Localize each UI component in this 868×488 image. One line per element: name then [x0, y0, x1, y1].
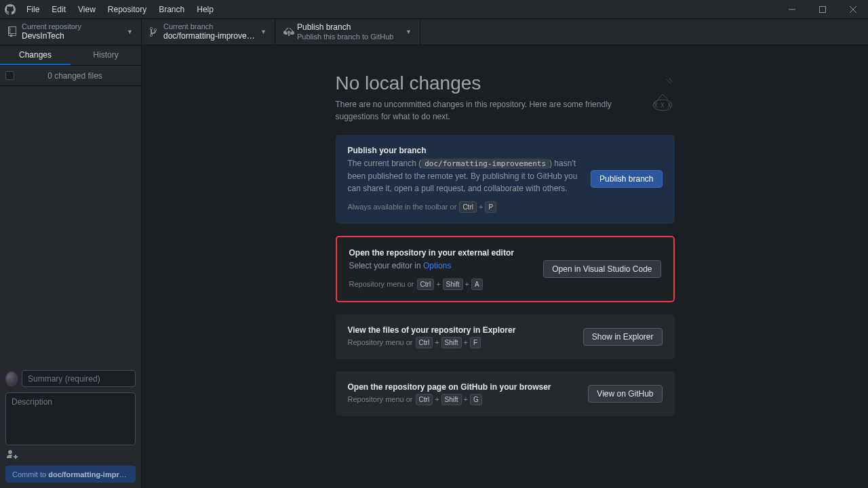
show-explorer-button[interactable]: Show in Explorer: [583, 328, 663, 346]
empty-state-icon: [634, 73, 675, 113]
svg-rect-0: [819, 6, 825, 12]
menu-repository[interactable]: Repository: [102, 0, 153, 19]
menu-edit[interactable]: Edit: [45, 0, 72, 19]
publish-hint: Publish this branch to GitHub: [297, 33, 403, 41]
card-hint: Always available in the toolbar or Ctrl+…: [348, 201, 580, 213]
main-content: No local changes There are no uncommitte…: [142, 45, 868, 488]
menu-help[interactable]: Help: [191, 0, 220, 19]
select-all-checkbox[interactable]: [5, 71, 14, 80]
titlebar: File Edit View Repository Branch Help: [0, 0, 868, 19]
view-github-card: Open the repository page on GitHub in yo…: [336, 371, 675, 416]
card-title: Open the repository page on GitHub in yo…: [348, 382, 578, 392]
github-logo-icon: [0, 4, 20, 15]
git-branch-icon: [150, 26, 163, 37]
card-hint: Repository menu or Ctrl+Shift+G: [348, 394, 578, 405]
page-title: No local changes: [336, 73, 620, 94]
publish-branch-button[interactable]: Publish branch: [591, 170, 662, 188]
card-desc: Select your editor in Options: [349, 260, 533, 272]
show-explorer-card: View the files of your repository in Exp…: [336, 314, 675, 359]
open-editor-card: Open the repository in your external edi…: [336, 236, 675, 302]
menu-bar: File Edit View Repository Branch Help: [20, 0, 220, 19]
chevron-down-icon: ▼: [406, 28, 412, 35]
minimize-button[interactable]: [776, 0, 807, 19]
add-coauthor-icon[interactable]: [5, 449, 136, 466]
repo-icon: [8, 26, 22, 37]
card-title: View the files of your repository in Exp…: [348, 325, 572, 335]
commit-summary-input[interactable]: [22, 370, 136, 387]
branch-label: Current branch: [163, 22, 258, 31]
open-vscode-button[interactable]: Open in Visual Studio Code: [543, 260, 660, 278]
commit-box: Commit to doc/formatting-improv...: [0, 365, 141, 488]
branch-selector[interactable]: Current branch doc/formatting-improvem..…: [142, 19, 275, 45]
publish-label: Publish branch: [297, 22, 403, 33]
changed-files-count: 0 changed files: [14, 71, 136, 81]
menu-branch[interactable]: Branch: [153, 0, 191, 19]
toolbar: Current repository DevsInTech ▼ Current …: [0, 19, 868, 45]
upload-icon: [283, 26, 297, 37]
repo-selector[interactable]: Current repository DevsInTech ▼: [0, 19, 142, 45]
tab-history[interactable]: History: [71, 45, 141, 65]
card-hint: Repository menu or Ctrl+Shift+A: [349, 279, 533, 290]
page-subtitle: There are no uncommitted changes in this…: [336, 98, 620, 123]
chevron-down-icon: ▼: [260, 28, 267, 35]
commit-description-input[interactable]: [5, 392, 136, 445]
menu-file[interactable]: File: [20, 0, 45, 19]
card-title: Publish your branch: [348, 146, 580, 155]
sidebar-tabs: Changes History: [0, 45, 141, 66]
commit-button[interactable]: Commit to doc/formatting-improv...: [5, 466, 136, 483]
chevron-down-icon: ▼: [127, 28, 133, 35]
card-desc: The current branch (doc/formatting-impro…: [348, 157, 580, 195]
view-github-button[interactable]: View on GitHub: [588, 385, 662, 403]
publish-card: Publish your branch The current branch (…: [336, 135, 675, 224]
maximize-button[interactable]: [807, 0, 837, 19]
repo-label: Current repository: [22, 22, 124, 31]
card-title: Open the repository in your external edi…: [349, 248, 533, 258]
avatar: [5, 371, 18, 386]
window-controls: [776, 0, 868, 19]
changes-header: 0 changed files: [0, 66, 141, 86]
close-button[interactable]: [837, 0, 868, 19]
menu-view[interactable]: View: [72, 0, 102, 19]
branch-value: doc/formatting-improvem...: [163, 31, 258, 42]
sidebar: Changes History 0 changed files Commit t…: [0, 45, 142, 488]
publish-action[interactable]: Publish branch Publish this branch to Gi…: [275, 19, 420, 45]
tab-changes[interactable]: Changes: [0, 45, 71, 65]
card-hint: Repository menu or Ctrl+Shift+F: [348, 337, 572, 348]
options-link[interactable]: Options: [423, 261, 451, 270]
repo-value: DevsInTech: [22, 31, 124, 42]
